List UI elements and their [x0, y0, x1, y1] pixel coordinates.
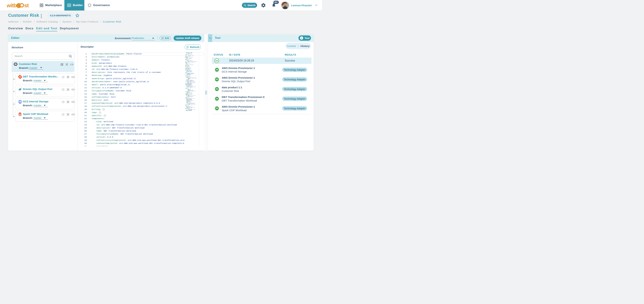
svg-text:st: st: [24, 2, 29, 8]
svg-text:witb: witb: [7, 2, 17, 8]
